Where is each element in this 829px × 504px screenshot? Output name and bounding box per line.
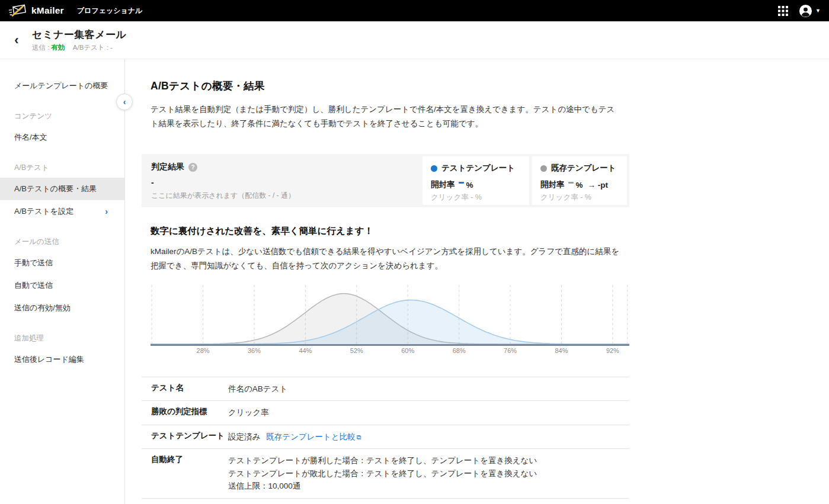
row-value: 設定済み既存テンプレートと比較⧉: [228, 431, 361, 444]
sidebar-collapse-button[interactable]: ‹: [116, 94, 133, 110]
open-rate-placeholder-dash: [568, 182, 574, 184]
table-row: テスト名 件名のABテスト: [142, 377, 629, 401]
svg-text:28%: 28%: [197, 347, 210, 354]
kmailer-logo-icon: [8, 3, 26, 18]
judgement-result-title: 判定結果: [151, 162, 184, 172]
sidebar-section-extra: 追加処理: [0, 319, 124, 348]
promo-body: kMailerのA/Bテストは、少ない送信数でも信頼できる結果を得やすいベイジア…: [151, 245, 620, 272]
svg-text:60%: 60%: [401, 347, 414, 354]
table-row: 自動終了 テストテンプレートが勝利した場合：テストを終了し、テンプレートを置き換…: [142, 448, 629, 498]
row-value-text: 設定済み: [228, 432, 260, 441]
page-title: セミナー集客メール: [32, 28, 127, 41]
sidebar-item-label: 送信後レコード編集: [14, 354, 84, 365]
sidebar-item-send-enable[interactable]: 送信の有効/無効: [0, 297, 124, 319]
chevron-right-icon: ›: [105, 207, 108, 216]
sidebar-item-label: メールテンプレートの概要: [14, 81, 108, 91]
open-rate-delta: → -pt: [588, 181, 609, 190]
sidebar-item-auto-send[interactable]: 自動で送信: [0, 274, 124, 297]
click-rate-line: クリック率 - %: [431, 192, 521, 203]
sidebar-item-label: 自動で送信: [14, 280, 53, 291]
abtest-status: A/Bテスト : -: [73, 44, 113, 51]
svg-text:44%: 44%: [299, 347, 312, 354]
table-row: 勝敗の判定指標 クリック率: [142, 400, 629, 425]
judgement-result-value: -: [151, 178, 411, 187]
svg-text:84%: 84%: [555, 347, 568, 354]
send-status-value: 有効: [52, 44, 65, 51]
auto-end-line: テストテンプレートが勝利した場合：テストを終了し、テンプレートを置き換えない: [228, 454, 537, 467]
promo-title: 数字に裏付けされた改善を、素早く簡単に行えます！: [151, 225, 620, 237]
row-label: テストテンプレート: [151, 431, 228, 444]
sidebar-item-label: 手動で送信: [14, 258, 53, 268]
judgement-result-panel: 判定結果 ? - ここに結果が表示されます（配信数 - / - 通） テストテン…: [142, 154, 629, 207]
row-value: クリック率: [228, 406, 269, 419]
row-label: 自動終了: [151, 454, 228, 493]
legend-dot-existing-template: [540, 165, 547, 172]
open-rate-placeholder-dash: [459, 182, 464, 184]
card-title-text: テストテンプレート: [441, 163, 515, 174]
sidebar-item-post-send-record[interactable]: 送信後レコード編集: [0, 348, 124, 371]
page-header: ‹ セミナー集客メール 送信 : 有効 A/Bテスト : -: [0, 21, 829, 59]
bayesian-distribution-chart: 28%36%44%52%60%68%76%84%92%: [151, 283, 629, 357]
chevron-down-icon: ▼: [815, 8, 821, 14]
sidebar-item-label: A/Bテストの概要・結果: [14, 184, 97, 194]
sidebar-section-sending: メールの送信: [0, 223, 124, 252]
auto-end-line: テストテンプレートが敗北した場合：テストを終了し、テンプレートを置き換えない: [228, 467, 537, 480]
apps-grid-icon[interactable]: [778, 6, 788, 16]
judgement-result-hint: ここに結果が表示されます（配信数 - / - 通）: [151, 191, 411, 201]
sidebar-section-abtest: A/Bテスト: [0, 149, 124, 178]
help-icon[interactable]: ?: [188, 163, 197, 172]
sidebar-item-abtest-overview[interactable]: A/Bテストの概要・結果: [0, 178, 124, 200]
send-status-label: 送信 :: [32, 44, 49, 51]
test-template-card: テストテンプレート 開封率% クリック率 - %: [422, 156, 529, 205]
svg-text:92%: 92%: [606, 347, 619, 354]
sidebar-section-content: コンテンツ: [0, 97, 124, 126]
open-rate-line: 開封率% → -pt: [540, 179, 619, 190]
sidebar-item-manual-send[interactable]: 手動で送信: [0, 252, 124, 274]
open-rate-line: 開封率%: [431, 179, 521, 190]
click-rate-line: クリック率 - %: [540, 192, 619, 203]
template-cards: テストテンプレート 開封率% クリック率 - % 既存テンプレート 開封率% →…: [420, 154, 629, 207]
row-label: テスト名: [151, 383, 228, 396]
svg-text:76%: 76%: [504, 347, 517, 354]
brand-name: kMailer: [31, 5, 64, 16]
sidebar-item-label: A/Bテストを設定: [14, 206, 73, 217]
sidebar-item-label: 送信の有効/無効: [14, 303, 71, 313]
svg-text:68%: 68%: [453, 347, 466, 354]
row-value: 件名のABテスト: [228, 383, 287, 396]
sidebar: メールテンプレートの概要 コンテンツ 件名/本文 A/Bテスト A/Bテストの概…: [0, 59, 125, 504]
back-button[interactable]: ‹: [8, 32, 25, 49]
top-app-bar: kMailer プロフェッショナル ▼: [0, 0, 829, 21]
auto-end-line: 送信上限：10,000通: [228, 480, 537, 493]
main-content: A/Bテストの概要・結果 テスト結果を自動判定（または手動で判定）し、勝利したテ…: [125, 59, 629, 504]
sidebar-item-abtest-setup[interactable]: A/Bテストを設定 ›: [0, 200, 124, 223]
abtest-details-table: テスト名 件名のABテスト 勝敗の判定指標 クリック率 テストテンプレート 設定…: [142, 377, 629, 499]
avatar-icon: [799, 4, 812, 18]
section-intro: テスト結果を自動判定（または手動で判定）し、勝利したテンプレートで件名/本文を置…: [151, 102, 620, 130]
compare-templates-link[interactable]: 既存テンプレートと比較: [266, 432, 355, 441]
row-value: テストテンプレートが勝利した場合：テストを終了し、テンプレートを置き換えない テ…: [228, 454, 537, 493]
sidebar-item-template-overview[interactable]: メールテンプレートの概要: [0, 75, 124, 97]
external-link-icon: ⧉: [357, 432, 361, 443]
legend-dot-test-template: [431, 165, 437, 172]
table-row: テストテンプレート 設定済み既存テンプレートと比較⧉: [142, 425, 629, 449]
row-label: 勝敗の判定指標: [151, 406, 228, 419]
card-title-text: 既存テンプレート: [551, 163, 616, 174]
svg-text:36%: 36%: [248, 347, 261, 354]
plan-label: プロフェッショナル: [77, 6, 143, 16]
kmailer-logo[interactable]: kMailer: [8, 3, 64, 18]
existing-template-card: 既存テンプレート 開封率% → -pt クリック率 - %: [532, 156, 627, 205]
sidebar-item-subject-body[interactable]: 件名/本文: [0, 126, 124, 149]
section-title: A/Bテストの概要・結果: [151, 79, 629, 93]
svg-text:52%: 52%: [350, 347, 363, 354]
account-menu[interactable]: ▼: [799, 4, 821, 18]
status-line: 送信 : 有効 A/Bテスト : -: [32, 43, 127, 52]
sidebar-item-label: 件名/本文: [14, 132, 47, 143]
